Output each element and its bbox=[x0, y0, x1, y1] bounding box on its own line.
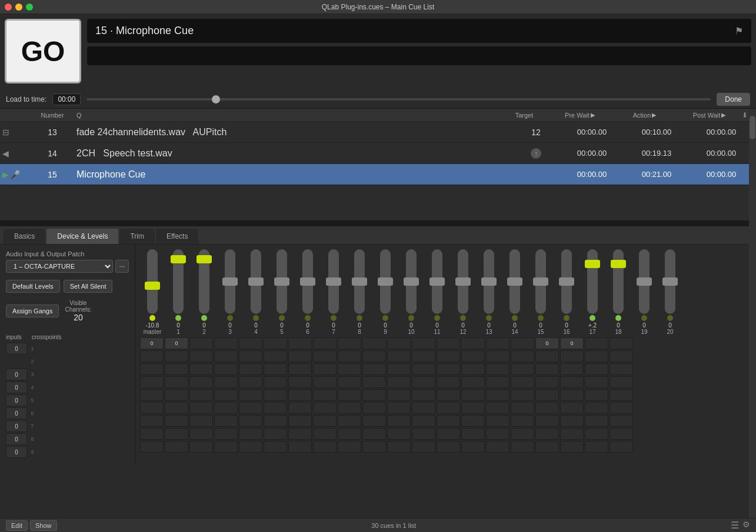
cp-empty[interactable] bbox=[313, 428, 337, 440]
cp-empty[interactable] bbox=[140, 428, 164, 440]
cp-empty[interactable] bbox=[140, 350, 164, 362]
cp-empty[interactable] bbox=[165, 363, 188, 375]
cp-empty[interactable] bbox=[239, 363, 262, 375]
cp-empty[interactable] bbox=[362, 428, 386, 440]
cp-empty[interactable] bbox=[362, 350, 386, 362]
cp-cell-empty[interactable] bbox=[585, 337, 608, 349]
cp-empty[interactable] bbox=[412, 350, 435, 362]
cp-empty[interactable] bbox=[313, 441, 337, 453]
cp-cell-empty[interactable] bbox=[511, 337, 534, 349]
cp-cell-empty[interactable] bbox=[486, 337, 509, 349]
input-value-8[interactable]: 0 bbox=[6, 433, 27, 445]
cp-empty[interactable] bbox=[214, 389, 238, 401]
fader-handle-ch20[interactable] bbox=[662, 277, 678, 286]
cp-empty[interactable] bbox=[585, 415, 608, 427]
cp-cell-empty[interactable] bbox=[461, 337, 485, 349]
fader-track-ch4[interactable] bbox=[251, 249, 261, 314]
cp-empty[interactable] bbox=[140, 402, 164, 414]
fader-handle-ch12[interactable] bbox=[455, 277, 471, 286]
minimize-button[interactable] bbox=[15, 4, 22, 11]
cp-empty[interactable] bbox=[437, 428, 460, 440]
fader-handle-ch10[interactable] bbox=[404, 277, 419, 286]
cp-cell-empty[interactable] bbox=[362, 337, 386, 349]
cp-empty[interactable] bbox=[412, 402, 435, 414]
cp-empty[interactable] bbox=[362, 363, 386, 375]
cp-empty[interactable] bbox=[610, 389, 633, 401]
cp-empty[interactable] bbox=[288, 402, 312, 414]
fader-handle-master[interactable] bbox=[145, 282, 160, 290]
cp-empty[interactable] bbox=[511, 363, 534, 375]
cp-empty[interactable] bbox=[535, 402, 559, 414]
cp-cell[interactable]: 0 bbox=[165, 337, 188, 349]
fader-track-ch5[interactable] bbox=[277, 249, 287, 314]
cp-empty[interactable] bbox=[412, 415, 435, 427]
cp-empty[interactable] bbox=[511, 376, 534, 388]
fader-handle-ch16[interactable] bbox=[559, 277, 574, 286]
fader-track-ch3[interactable] bbox=[225, 249, 235, 314]
cp-empty[interactable] bbox=[264, 376, 287, 388]
cp-empty[interactable] bbox=[535, 441, 559, 453]
cp-empty[interactable] bbox=[535, 415, 559, 427]
cp-cell[interactable]: 0 bbox=[560, 337, 584, 349]
fader-track-ch8[interactable] bbox=[354, 249, 365, 314]
cp-empty[interactable] bbox=[313, 350, 337, 362]
cp-empty[interactable] bbox=[288, 363, 312, 375]
cp-empty[interactable] bbox=[585, 441, 608, 453]
cp-empty[interactable] bbox=[214, 415, 238, 427]
cp-empty[interactable] bbox=[610, 441, 633, 453]
fader-handle-ch15[interactable] bbox=[533, 277, 548, 286]
cue-row-selected[interactable]: ▶ 🎤 15 Microphone Cue 00:00.00 00:21.00 … bbox=[0, 164, 756, 185]
default-levels-button[interactable]: Default Levels bbox=[6, 280, 60, 293]
settings-icon[interactable]: ⚙ bbox=[742, 520, 750, 531]
fader-handle-ch7[interactable] bbox=[326, 277, 341, 286]
cp-empty[interactable] bbox=[535, 376, 559, 388]
cp-cell-empty[interactable] bbox=[288, 337, 312, 349]
cp-empty[interactable] bbox=[560, 402, 584, 414]
input-value-3[interactable]: 0 bbox=[6, 369, 27, 380]
fader-handle-ch17[interactable] bbox=[585, 260, 600, 268]
cp-empty[interactable] bbox=[412, 441, 435, 453]
cp-empty[interactable] bbox=[535, 363, 559, 375]
fader-track-ch7[interactable] bbox=[328, 249, 339, 314]
input-value-9[interactable]: 0 bbox=[6, 446, 27, 458]
cp-empty[interactable] bbox=[387, 428, 411, 440]
cp-empty[interactable] bbox=[535, 350, 559, 362]
cp-empty[interactable] bbox=[288, 415, 312, 427]
cp-empty[interactable] bbox=[214, 376, 238, 388]
time-slider[interactable] bbox=[86, 98, 711, 101]
cp-empty[interactable] bbox=[288, 350, 312, 362]
fader-handle-ch6[interactable] bbox=[300, 277, 315, 286]
cp-empty[interactable] bbox=[412, 363, 435, 375]
cp-empty[interactable] bbox=[264, 402, 287, 414]
cp-cell[interactable]: 0 bbox=[140, 337, 164, 349]
fader-track-ch16[interactable] bbox=[561, 249, 572, 314]
cp-empty[interactable] bbox=[461, 389, 485, 401]
tab-basics[interactable]: Basics bbox=[4, 229, 45, 244]
cp-empty[interactable] bbox=[239, 350, 262, 362]
cp-empty[interactable] bbox=[437, 415, 460, 427]
fader-handle-ch19[interactable] bbox=[637, 277, 652, 286]
go-button[interactable]: GO bbox=[5, 19, 81, 83]
cp-empty[interactable] bbox=[264, 415, 287, 427]
cp-cell-empty[interactable] bbox=[264, 337, 287, 349]
cp-empty[interactable] bbox=[165, 376, 188, 388]
time-slider-thumb[interactable] bbox=[212, 95, 220, 103]
fader-handle-ch1[interactable] bbox=[171, 255, 186, 263]
cp-empty[interactable] bbox=[461, 350, 485, 362]
cp-empty[interactable] bbox=[486, 415, 509, 427]
cp-empty[interactable] bbox=[387, 350, 411, 362]
input-value-5[interactable]: 0 bbox=[6, 394, 27, 406]
cp-empty[interactable] bbox=[165, 415, 188, 427]
cp-empty[interactable] bbox=[214, 402, 238, 414]
cp-empty[interactable] bbox=[264, 389, 287, 401]
cp-empty[interactable] bbox=[189, 350, 213, 362]
cp-empty[interactable] bbox=[140, 363, 164, 375]
fader-handle-ch9[interactable] bbox=[378, 277, 393, 286]
cp-empty[interactable] bbox=[288, 389, 312, 401]
cp-empty[interactable] bbox=[140, 441, 164, 453]
cp-empty[interactable] bbox=[511, 350, 534, 362]
cp-empty[interactable] bbox=[560, 428, 584, 440]
done-button[interactable]: Done bbox=[717, 93, 750, 106]
cp-empty[interactable] bbox=[239, 428, 262, 440]
cp-empty[interactable] bbox=[288, 441, 312, 453]
